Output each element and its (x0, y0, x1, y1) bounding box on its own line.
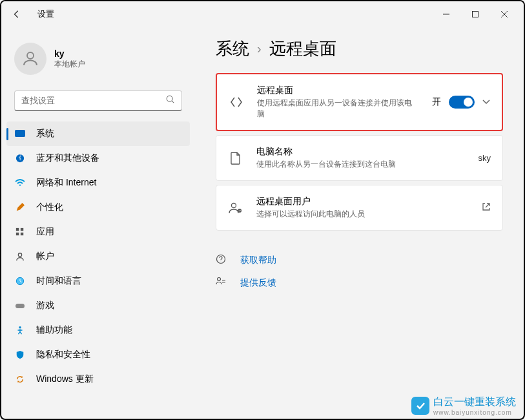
system-icon (14, 128, 26, 140)
nav-update[interactable]: Windows 更新 (1, 367, 195, 392)
svg-point-16 (19, 326, 21, 329)
help-icon (216, 254, 229, 266)
svg-point-13 (18, 253, 21, 257)
remote-desktop-toggle[interactable] (449, 96, 475, 109)
search-box[interactable] (14, 90, 182, 111)
help-link-row: 获取帮助 (216, 249, 503, 271)
nav-accounts[interactable]: 帐户 (1, 244, 195, 269)
bluetooth-icon (14, 152, 26, 164)
watermark-url: www.baiyunxitong.com (433, 409, 516, 416)
user-name: ky (54, 48, 85, 59)
search-input[interactable] (21, 96, 166, 105)
update-icon (14, 373, 26, 385)
svg-rect-1 (472, 12, 478, 17)
nav-label: 应用 (36, 226, 54, 238)
svg-rect-11 (16, 233, 19, 235)
nav-privacy[interactable]: 隐私和安全性 (1, 342, 195, 367)
search-icon (166, 95, 175, 106)
window-title: 设置 (37, 8, 54, 20)
pc-name-value: sky (479, 153, 491, 163)
user-section[interactable]: ky 本地帐户 (1, 37, 195, 80)
toggle-label: 开 (432, 96, 441, 108)
svg-line-6 (172, 101, 174, 103)
breadcrumb-parent[interactable]: 系统 (216, 37, 249, 60)
card-title: 电脑名称 (256, 146, 479, 158)
users-icon (228, 202, 243, 214)
external-link-icon (482, 202, 491, 213)
svg-rect-15 (15, 304, 25, 308)
feedback-link-row: 提供反馈 (216, 271, 503, 294)
nav-label: 个性化 (36, 202, 63, 213)
accessibility-icon (14, 324, 26, 336)
watermark: 白云一键重装系统 www.baiyunxitong.com (411, 395, 516, 416)
nav-bluetooth[interactable]: 蓝牙和其他设备 (1, 146, 195, 171)
minimize-button[interactable] (431, 4, 460, 25)
chevron-down-icon[interactable] (482, 98, 490, 107)
svg-rect-10 (21, 228, 23, 231)
svg-point-5 (167, 96, 172, 101)
remote-users-card[interactable]: 远程桌面用户 选择可以远程访问此电脑的人员 (216, 185, 503, 231)
card-desc: 选择可以远程访问此电脑的人员 (256, 209, 482, 220)
card-title: 远程桌面 (257, 85, 432, 96)
nav-label: 辅助功能 (36, 324, 72, 336)
avatar (14, 43, 46, 75)
sidebar: ky 本地帐户 系统 蓝牙和其他设备 网络和 Internet (1, 27, 195, 419)
feedback-icon (216, 277, 229, 289)
shield-icon (14, 349, 26, 361)
nav-label: 帐户 (36, 251, 54, 262)
account-icon (14, 251, 26, 262)
card-desc: 使用此名称从另一台设备连接到这台电脑 (256, 159, 479, 170)
nav-personalization[interactable]: 个性化 (1, 195, 195, 220)
remote-desktop-card[interactable]: 远程桌面 使用远程桌面应用从另一设备连接并使用该电脑 开 (216, 73, 503, 131)
feedback-link[interactable]: 提供反馈 (240, 277, 276, 289)
back-button[interactable] (6, 4, 27, 25)
nav-label: 时间和语言 (36, 275, 81, 287)
watermark-logo-icon (411, 397, 429, 415)
nav-apps[interactable]: 应用 (1, 220, 195, 244)
breadcrumb: 系统 › 远程桌面 (216, 37, 503, 60)
card-title: 远程桌面用户 (256, 196, 482, 207)
chevron-right-icon: › (257, 41, 262, 56)
wifi-icon (14, 177, 26, 189)
remote-icon (229, 96, 244, 109)
nav-accessibility[interactable]: 辅助功能 (1, 318, 195, 342)
clock-icon (14, 275, 26, 287)
nav-network[interactable]: 网络和 Internet (1, 171, 195, 195)
pc-name-card[interactable]: 电脑名称 使用此名称从另一台设备连接到这台电脑 sky (216, 135, 503, 181)
document-icon (228, 152, 243, 165)
main-content: 系统 › 远程桌面 远程桌面 使用远程桌面应用从另一设备连接并使用该电脑 开 (195, 27, 524, 419)
close-button[interactable] (489, 4, 519, 25)
help-link[interactable]: 获取帮助 (240, 255, 276, 266)
watermark-text: 白云一键重装系统 (433, 396, 516, 407)
nav-system[interactable]: 系统 (6, 121, 190, 146)
breadcrumb-current: 远程桌面 (269, 37, 336, 60)
nav-time[interactable]: 时间和语言 (1, 269, 195, 293)
svg-rect-12 (21, 233, 23, 235)
svg-rect-7 (15, 131, 25, 137)
svg-rect-9 (16, 228, 19, 231)
nav-label: 游戏 (36, 300, 54, 311)
maximize-button[interactable] (460, 4, 489, 25)
nav-label: 蓝牙和其他设备 (36, 152, 99, 164)
svg-point-4 (27, 52, 34, 59)
gaming-icon (14, 300, 26, 311)
nav-label: 隐私和安全性 (36, 349, 90, 361)
nav-label: 系统 (36, 128, 54, 140)
brush-icon (14, 202, 26, 213)
svg-point-20 (218, 278, 221, 281)
nav-gaming[interactable]: 游戏 (1, 293, 195, 318)
card-desc: 使用远程桌面应用从另一设备连接并使用该电脑 (257, 98, 412, 120)
nav-label: Windows 更新 (36, 373, 94, 385)
apps-icon (14, 226, 26, 238)
nav-label: 网络和 Internet (36, 177, 96, 189)
svg-point-17 (232, 203, 236, 207)
user-type: 本地帐户 (54, 59, 85, 70)
